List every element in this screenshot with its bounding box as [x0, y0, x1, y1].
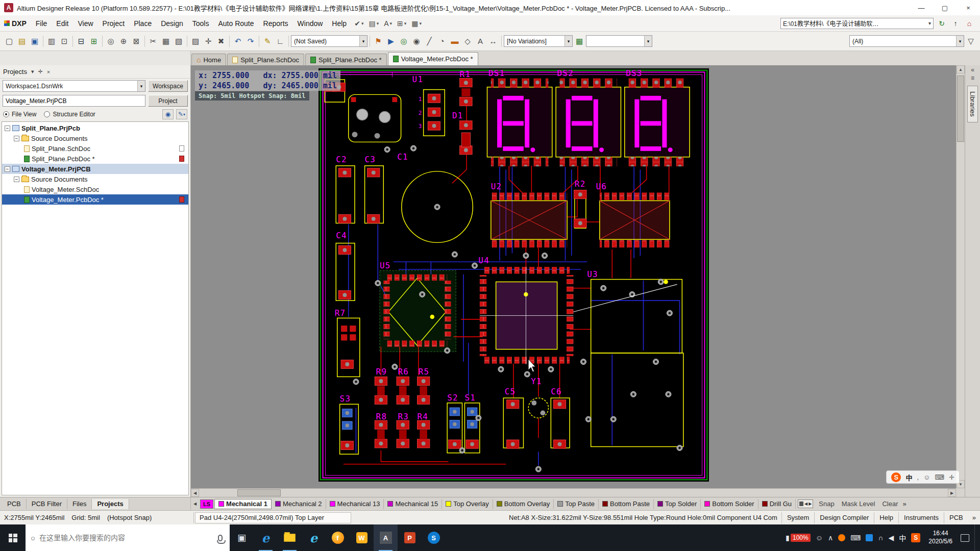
layer-tab-mechanical-15[interactable]: Mechanical 15 [384, 499, 442, 509]
ime-tray-icon[interactable] [866, 534, 873, 541]
clear-control[interactable]: Clear [878, 500, 901, 508]
zoom-area-icon[interactable]: ⊕ [117, 35, 130, 47]
vertical-scrollbar[interactable]: ▲ ▼ [956, 65, 965, 488]
sogou-logo-icon[interactable]: S [891, 472, 901, 482]
tree-doc-split-plane-pcbdoc[interactable]: Split_Plane.PcbDoc * [2, 154, 188, 164]
annotate-tool-dropdown[interactable]: A▾ [383, 19, 394, 28]
move-icon[interactable]: ✛ [202, 35, 214, 47]
scroll-up-arrow[interactable]: ▲ [957, 65, 965, 73]
menu-help[interactable]: Help [327, 17, 351, 30]
sogou-s-icon[interactable]: S [911, 533, 920, 542]
place-dimension-icon[interactable]: ↔ [487, 35, 499, 47]
layer-tab-mechanical-1[interactable]: Mechanical 1 [214, 499, 272, 509]
tray-expand-icon[interactable]: ∧ [828, 534, 833, 542]
search-input[interactable] [39, 534, 214, 542]
ime-emoji-icon[interactable]: ☺ [923, 473, 930, 481]
place-line-icon[interactable]: ╱ [423, 35, 435, 47]
keyboard-tray-icon[interactable]: ⌨ [850, 534, 861, 542]
print-icon[interactable]: ▥ [45, 35, 58, 47]
zoom-selection-icon[interactable]: ⊠ [130, 35, 142, 47]
action-center-icon[interactable] [961, 534, 969, 542]
status-button-pcb[interactable]: PCB [944, 512, 968, 523]
layer-scroll-left-icon[interactable]: ◀ [191, 499, 199, 509]
collapse-icon[interactable]: − [14, 136, 19, 141]
place-polygon-icon[interactable]: ◇ [461, 35, 474, 47]
paste-icon[interactable]: ▧ [173, 35, 185, 47]
ime-punctuation-icon[interactable]: , [917, 473, 919, 481]
cut-icon[interactable]: ✂ [147, 35, 159, 47]
table-tool-dropdown[interactable]: ▦▾ [410, 19, 424, 28]
menu-view[interactable]: View [73, 17, 97, 30]
grid-tool-dropdown[interactable]: ⊞▾ [396, 19, 408, 28]
tree-doc-voltage-meter-pcbdoc-selected[interactable]: Voltage_Meter.PcbDoc * [2, 194, 188, 205]
taskbar-app-firefox[interactable]: f [326, 524, 350, 551]
tree-doc-voltage-meter-schdoc[interactable]: Voltage_Meter.SchDoc [2, 184, 188, 194]
panel-tab-projects[interactable]: Projects [92, 499, 129, 509]
people-icon[interactable]: ☺ [816, 534, 823, 542]
edit-dropdown-button[interactable]: ✎▾ [176, 109, 187, 119]
panel-menu-icon[interactable]: ▾ [31, 68, 34, 75]
place-arc-icon[interactable]: ◔ [436, 35, 448, 47]
place-string-icon[interactable]: A [474, 35, 486, 47]
pointer-icon[interactable]: ▶ [385, 35, 397, 47]
menu-edit[interactable]: Edit [52, 17, 73, 30]
mask-combo[interactable]: ▾ [586, 35, 652, 47]
status-button-help[interactable]: Help [874, 512, 898, 523]
open-icon[interactable]: ▤ [16, 35, 28, 47]
clear-selection-icon[interactable]: ✖ [215, 35, 227, 47]
pin-icon[interactable]: ✛ [38, 68, 43, 75]
ime-keyboard-icon[interactable]: ⌨ [935, 473, 944, 481]
taskbar-app-skype[interactable]: S [422, 524, 446, 551]
minimize-button[interactable]: — [910, 0, 933, 15]
pcb-drawing[interactable]: J1 U1 1 2 3 R1 D1 DS1 DS2 DS3 C2 C3 C1 U… [318, 68, 709, 482]
mask-level-control[interactable]: Mask Level [838, 500, 879, 508]
layer-tab-top-paste[interactable]: Top Paste [554, 499, 599, 509]
horizontal-scrollbar[interactable]: ◀ ▶ [191, 488, 956, 497]
layer-tab-bottom-solder[interactable]: Bottom Solder [701, 499, 758, 509]
undo-icon[interactable]: ↶ [232, 35, 244, 47]
layer-tab-scroller[interactable]: ◀ ▶ [798, 499, 813, 508]
taskbar-app-wps[interactable]: W [350, 524, 374, 551]
taskbar-app-edge[interactable]: e [254, 524, 278, 551]
filter-icon[interactable]: ▽ [965, 35, 977, 47]
pencil-icon[interactable]: ✎ [261, 35, 274, 47]
pcb-sheet[interactable]: J1 U1 1 2 3 R1 D1 DS1 DS2 DS3 C2 C3 C1 U… [318, 68, 709, 482]
menu-reports[interactable]: Reports [259, 17, 293, 30]
menu-file[interactable]: File [31, 17, 52, 30]
variations-combo[interactable]: [No Variations] ▾ [504, 35, 573, 47]
workspace-button[interactable]: Workspace [148, 80, 188, 92]
menu-dxp[interactable]: DXP [2, 17, 31, 30]
layer-tab-mechanical-13[interactable]: Mechanical 13 [326, 499, 384, 509]
task-view-button[interactable]: ▣ [230, 524, 254, 551]
sogou-ime-bar[interactable]: S 中 , ☺ ⌨ ✛ [886, 470, 960, 484]
devices-view-icon[interactable]: ⊟ [75, 35, 87, 47]
taskbar-app-altium[interactable]: A [374, 524, 398, 551]
layer-overflow-icon[interactable]: » [902, 500, 910, 508]
layer-tab-top-overlay[interactable]: Top Overlay [442, 499, 493, 509]
taskbar-clock[interactable]: 16:44 2020/5/6 [925, 530, 955, 545]
components-view-icon[interactable]: ⊞ [88, 35, 100, 47]
battery-indicator[interactable]: ▮ 100% [786, 534, 810, 542]
layer-tab-bottom-paste[interactable]: Bottom Paste [599, 499, 654, 509]
place-pad-icon[interactable]: ◉ [410, 35, 423, 47]
taskbar-app-explorer[interactable] [278, 524, 302, 551]
layer-set-chip[interactable]: LS [200, 499, 213, 509]
project-name-field[interactable] [3, 95, 145, 107]
horizontal-scroll-thumb[interactable] [237, 489, 281, 496]
layer-tab-top-solder[interactable]: Top Solder [654, 499, 701, 509]
zoom-fit-icon[interactable]: ◎ [105, 35, 117, 47]
close-button[interactable]: × [957, 0, 980, 15]
layer-tab-mechanical-2[interactable]: Mechanical 2 [272, 499, 326, 509]
flag-icon[interactable]: ⚑ [372, 35, 384, 47]
status-button-system[interactable]: System [781, 512, 814, 523]
menu-auto-route[interactable]: Auto Route [213, 17, 258, 30]
tree-folder-source-documents-1[interactable]: − Source Documents [2, 133, 188, 143]
maximize-button[interactable]: ▢ [933, 0, 957, 15]
status-overflow-icon[interactable]: » [968, 514, 980, 521]
taskbar-app-ie[interactable]: e [302, 524, 326, 551]
panel-tab-pcb-filter[interactable]: PCB Filter [27, 499, 67, 509]
filter-combo[interactable]: (All) ▾ [849, 35, 964, 47]
layer-tab-drill-guide[interactable]: Drill Gu [758, 499, 796, 509]
file-view-radio[interactable] [3, 111, 9, 117]
taskbar-app-powerpoint[interactable]: P [398, 524, 422, 551]
